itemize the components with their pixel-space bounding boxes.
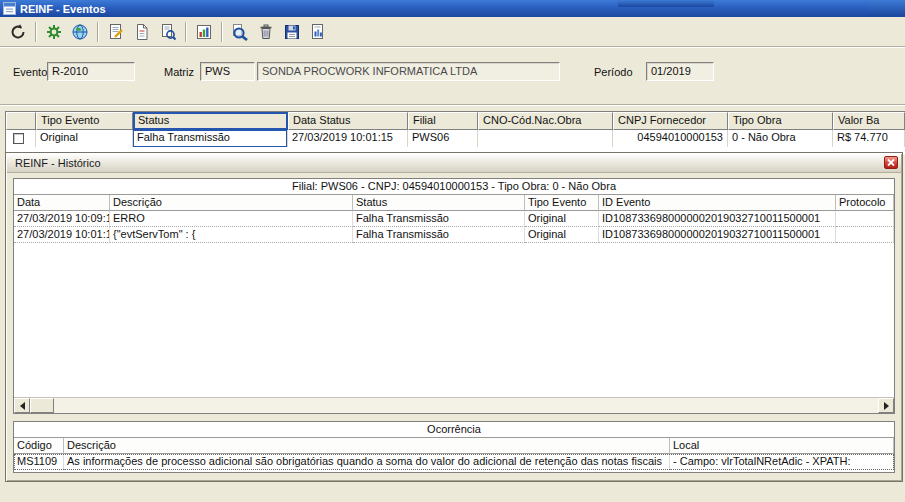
save-button[interactable] — [279, 19, 305, 44]
matriz-label: Matriz — [164, 66, 194, 78]
cell-tipo-evento[interactable]: Original — [36, 130, 133, 147]
column-header-local[interactable]: Local — [670, 438, 894, 454]
cell-descricao[interactable]: ERRO — [110, 211, 353, 227]
internet-button[interactable] — [67, 19, 93, 44]
report-chart-icon — [195, 23, 213, 41]
column-header-tipo-obra[interactable]: Tipo Obra — [728, 112, 833, 130]
table-row: MS1109 As informações de processo adicio… — [14, 454, 894, 470]
row-checkbox[interactable] — [13, 133, 24, 144]
cell-data[interactable]: 27/03/2019 10:09:11 — [14, 211, 110, 227]
column-header-descricao[interactable]: Descrição — [110, 195, 353, 211]
export-report-button[interactable] — [305, 19, 331, 44]
divider — [0, 104, 905, 106]
background-window-fragment — [618, 0, 714, 7]
ocorrencia-header: Código Descrição Local — [14, 438, 894, 454]
column-header-protocolo[interactable]: Protocolo — [836, 195, 894, 211]
scroll-right-icon — [884, 402, 893, 410]
edit-document-icon — [107, 23, 125, 41]
cell-status[interactable]: Falha Transmissão — [353, 211, 525, 227]
horizontal-scrollbar[interactable] — [14, 397, 894, 413]
events-grid: Tipo Evento Status Data Status Filial CN… — [5, 111, 905, 155]
window-title: REINF - Eventos — [20, 3, 106, 15]
cell-status[interactable]: Falha Transmissão — [133, 130, 288, 147]
cell-tipo-evento[interactable]: Original — [525, 211, 599, 227]
events-grid-header: Tipo Evento Status Data Status Filial CN… — [6, 112, 905, 130]
historico-title: REINF - Histórico — [15, 157, 101, 169]
cell-descricao[interactable]: As informações de processo adicional são… — [64, 454, 670, 470]
app-icon — [3, 2, 16, 15]
scroll-right-button[interactable] — [878, 398, 894, 413]
trash-icon — [257, 23, 275, 41]
matriz-name-input[interactable]: SONDA PROCWORK INFORMATICA LTDA — [257, 62, 560, 81]
column-header-status[interactable]: Status — [353, 195, 525, 211]
refresh-icon — [9, 23, 27, 41]
titlebar[interactable]: REINF - Eventos — [0, 0, 905, 17]
table-row: 27/03/2019 10:01:15 {"evtServTom" : { Fa… — [14, 227, 894, 243]
column-header-id-evento[interactable]: ID Evento — [599, 195, 836, 211]
cell-tipo-evento[interactable]: Original — [525, 227, 599, 243]
close-button[interactable] — [884, 156, 898, 169]
toolbar-separator — [35, 22, 37, 42]
column-header-data-status[interactable]: Data Status — [288, 112, 408, 130]
edit-document-button[interactable] — [103, 19, 129, 44]
cell-protocolo[interactable] — [836, 211, 894, 227]
divider — [0, 46, 905, 48]
cell-data[interactable]: 27/03/2019 10:01:15 — [14, 227, 110, 243]
history-grid: Filial: PWS06 - CNPJ: 04594010000153 - T… — [13, 178, 895, 414]
cell-cno[interactable] — [478, 130, 613, 147]
toolbar-separator — [221, 22, 223, 42]
toolbar — [0, 17, 905, 46]
search-button[interactable] — [227, 19, 253, 44]
refresh-button[interactable] — [5, 19, 31, 44]
toolbar-separator — [97, 22, 99, 42]
table-row: Original Falha Transmissão 27/03/2019 10… — [6, 130, 905, 147]
cell-descricao[interactable]: {"evtServTom" : { — [110, 227, 353, 243]
table-row: 27/03/2019 10:09:11 ERRO Falha Transmiss… — [14, 211, 894, 227]
column-header-valor-base[interactable]: Valor Ba — [833, 112, 905, 130]
evento-input[interactable]: R-2010 — [47, 62, 135, 81]
column-header-filial[interactable]: Filial — [408, 112, 478, 130]
column-header-tipo-evento[interactable]: Tipo Evento — [525, 195, 599, 211]
cell-id-evento[interactable]: ID1087336980000002019032710011500001 — [599, 211, 836, 227]
background-window-fragment — [868, 0, 905, 16]
column-header-cnpj-fornecedor[interactable]: CNPJ Fornecedor — [613, 112, 728, 130]
new-document-button[interactable] — [129, 19, 155, 44]
matriz-code-input[interactable]: PWS — [200, 62, 255, 81]
app-window: REINF - Eventos — [0, 0, 905, 502]
cell-id-evento[interactable]: ID1087336980000002019032710011500001 — [599, 227, 836, 243]
evento-label: Evento — [13, 66, 47, 78]
close-icon — [886, 158, 896, 167]
search-icon — [231, 23, 249, 41]
column-header-data[interactable]: Data — [14, 195, 110, 211]
settings-button[interactable] — [41, 19, 67, 44]
cell-local[interactable]: - Campo: vlrTotalNRetAdic - XPATH: — [670, 454, 894, 470]
periodo-input[interactable]: 01/2019 — [646, 62, 714, 81]
ocorrencia-grid: Ocorrência Código Descrição Local MS1109… — [13, 421, 895, 473]
globe-icon — [71, 23, 89, 41]
scroll-left-button[interactable] — [14, 398, 30, 413]
historico-titlebar[interactable]: REINF - Histórico — [7, 154, 901, 173]
print-preview-button[interactable] — [155, 19, 181, 44]
report-button[interactable] — [191, 19, 217, 44]
column-header-codigo[interactable]: Código — [14, 438, 64, 454]
cell-cnpj-fornecedor[interactable]: 04594010000153 — [613, 130, 728, 147]
column-header-descricao[interactable]: Descrição — [64, 438, 670, 454]
cell-tipo-obra[interactable]: 0 - Não Obra — [728, 130, 833, 147]
column-header-tipo-evento[interactable]: Tipo Evento — [36, 112, 133, 130]
cell-codigo[interactable]: MS1109 — [14, 454, 64, 470]
column-header-status[interactable]: Status — [133, 112, 288, 130]
delete-button[interactable] — [253, 19, 279, 44]
cell-valor-base[interactable]: R$ 74.770 — [833, 130, 905, 147]
ocorrencia-caption: Ocorrência — [14, 422, 894, 438]
column-header-select[interactable] — [6, 112, 36, 130]
save-icon — [283, 23, 301, 41]
cell-protocolo[interactable] — [836, 227, 894, 243]
cell-data-status[interactable]: 27/03/2019 10:01:15 — [288, 130, 408, 147]
history-grid-caption: Filial: PWS06 - CNPJ: 04594010000153 - T… — [14, 179, 894, 195]
scrollbar-thumb[interactable] — [30, 398, 54, 413]
cell-filial[interactable]: PWS06 — [408, 130, 478, 147]
toolbar-separator — [185, 22, 187, 42]
select-cell — [6, 130, 36, 147]
column-header-cno[interactable]: CNO-Cód.Nac.Obra — [478, 112, 613, 130]
cell-status[interactable]: Falha Transmissão — [353, 227, 525, 243]
